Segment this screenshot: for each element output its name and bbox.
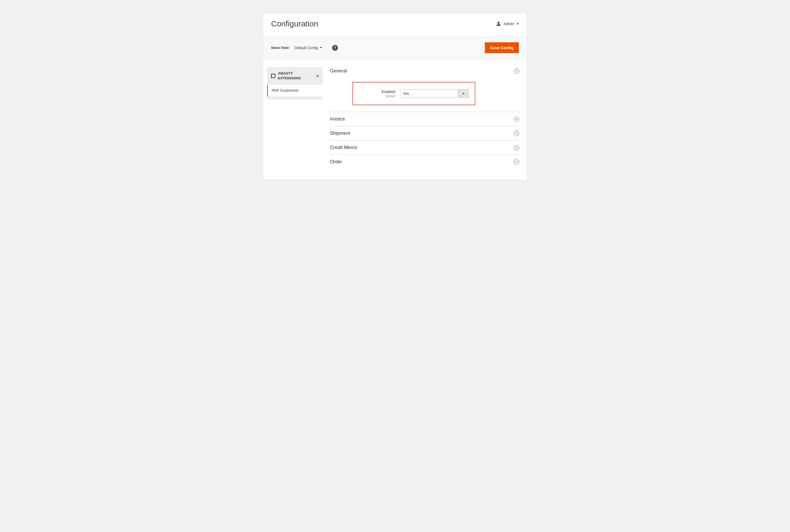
- section-header-credit-memo[interactable]: Credit Memo: [330, 140, 521, 155]
- enabled-select[interactable]: Yes: [400, 89, 469, 98]
- toolbar-left: Store View: Default Config ?: [271, 45, 338, 51]
- page-body: AMASTY EXTENSIONS PDF Customizer General…: [263, 59, 527, 179]
- save-config-button[interactable]: Save Config: [485, 42, 519, 53]
- expand-icon: [514, 117, 519, 122]
- section-title: Shipment: [330, 131, 350, 136]
- sidebar-group-label: AMASTY EXTENSIONS: [278, 71, 316, 81]
- sidebar-divider: [267, 97, 323, 99]
- sidebar-item-label: PDF Customizer: [272, 88, 299, 93]
- section-header-order[interactable]: Order: [330, 155, 521, 169]
- user-menu[interactable]: Admin: [496, 21, 519, 26]
- section-shipment: Shipment: [330, 126, 521, 140]
- section-header-shipment[interactable]: Shipment: [330, 126, 521, 140]
- store-view-value: Default Config: [295, 46, 318, 50]
- section-general: General Enabled [global] Yes: [330, 67, 521, 112]
- caret-down-icon: [517, 23, 519, 24]
- select-handle: [458, 90, 468, 97]
- amasty-logo-icon: [271, 74, 275, 78]
- toolbar: Store View: Default Config ? Save Config: [263, 36, 527, 59]
- section-title: Invoice: [330, 116, 345, 122]
- enabled-scope: [global]: [358, 94, 395, 97]
- enabled-value: Yes: [400, 92, 458, 96]
- section-header-invoice[interactable]: Invoice: [330, 112, 521, 126]
- user-name: Admin: [504, 22, 514, 26]
- enabled-label: Enabled [global]: [358, 90, 395, 97]
- section-credit-memo: Credit Memo: [330, 140, 521, 155]
- expand-icon: [514, 145, 519, 150]
- store-view-select[interactable]: Default Config: [295, 46, 322, 50]
- help-icon[interactable]: ?: [332, 45, 338, 51]
- config-page: Configuration Admin Store View: Default …: [263, 13, 527, 180]
- section-title: General: [330, 68, 347, 74]
- enabled-label-text: Enabled: [358, 90, 395, 94]
- caret-down-icon: [320, 47, 322, 49]
- section-invoice: Invoice: [330, 112, 521, 126]
- collapse-icon: [514, 69, 519, 74]
- page-title: Configuration: [271, 19, 318, 28]
- section-title: Order: [330, 159, 342, 165]
- sidebar-group-amasty[interactable]: AMASTY EXTENSIONS: [267, 67, 323, 84]
- sidebar-item-pdf-customizer[interactable]: PDF Customizer: [267, 85, 323, 97]
- user-icon: [496, 21, 501, 26]
- page-header: Configuration Admin: [263, 14, 527, 36]
- sidebar-group-title: AMASTY EXTENSIONS: [271, 71, 316, 81]
- sidebar: AMASTY EXTENSIONS PDF Customizer: [267, 67, 323, 169]
- section-title: Credit Memo: [330, 145, 357, 150]
- section-header-general[interactable]: General: [330, 67, 521, 78]
- section-order: Order: [330, 155, 521, 169]
- enabled-field-highlight: Enabled [global] Yes: [352, 82, 475, 105]
- expand-icon: [514, 131, 519, 136]
- chevron-up-icon: [316, 75, 319, 78]
- store-view-label: Store View:: [271, 46, 290, 50]
- content: General Enabled [global] Yes Invoic: [330, 67, 523, 169]
- expand-icon: [514, 159, 519, 165]
- caret-down-icon: [462, 93, 464, 94]
